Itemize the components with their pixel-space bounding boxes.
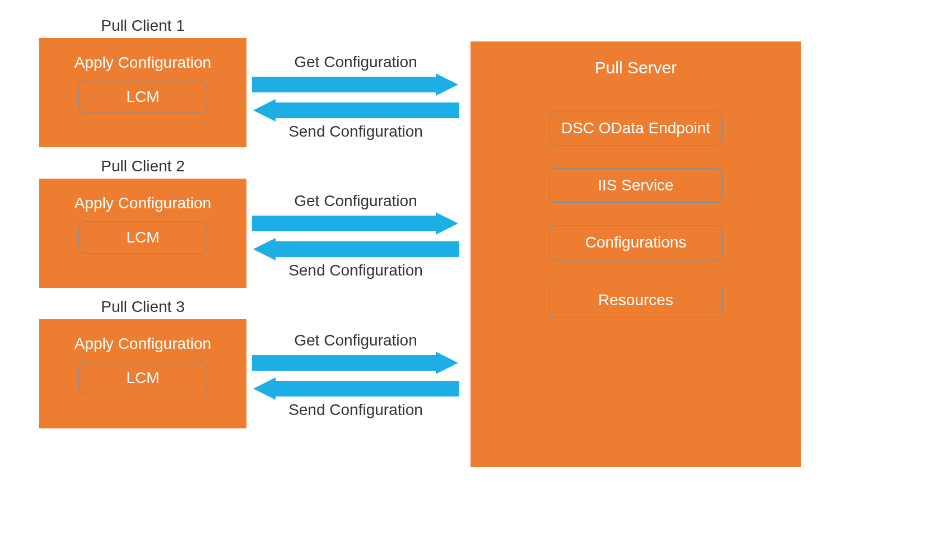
arrow-pair-3: Get Configuration Send Configuration bbox=[246, 332, 465, 470]
apply-configuration-label: Apply Configuration bbox=[74, 194, 211, 212]
dsc-pull-architecture-diagram: Pull Client 1 Apply Configuration LCM Pu… bbox=[39, 17, 807, 470]
pull-client-1-box: Apply Configuration LCM bbox=[39, 38, 246, 147]
arrow-right-icon bbox=[252, 212, 459, 235]
get-configuration-label: Get Configuration bbox=[294, 53, 417, 71]
pull-client-3-box: Apply Configuration LCM bbox=[39, 319, 246, 428]
lcm-box: LCM bbox=[78, 221, 207, 254]
resources-box: Resources bbox=[549, 283, 723, 318]
arrow-left-icon bbox=[252, 377, 459, 400]
pull-client-1-title: Pull Client 1 bbox=[39, 17, 246, 35]
get-configuration-label: Get Configuration bbox=[294, 192, 417, 210]
pull-server-column: Pull Server DSC OData Endpoint IIS Servi… bbox=[471, 17, 801, 470]
configurations-box: Configurations bbox=[549, 225, 723, 260]
send-configuration-label: Send Configuration bbox=[288, 401, 423, 419]
apply-configuration-label: Apply Configuration bbox=[74, 335, 211, 353]
arrow-left-icon bbox=[252, 99, 459, 122]
pull-server-box: Pull Server DSC OData Endpoint IIS Servi… bbox=[471, 41, 801, 467]
pull-client-1-group: Pull Client 1 Apply Configuration LCM bbox=[39, 17, 246, 147]
lcm-box: LCM bbox=[78, 81, 207, 113]
pull-client-2-group: Pull Client 2 Apply Configuration LCM bbox=[39, 157, 246, 288]
pull-client-2-title: Pull Client 2 bbox=[39, 157, 246, 175]
pull-clients-column: Pull Client 1 Apply Configuration LCM Pu… bbox=[39, 17, 246, 470]
arrows-column: Get Configuration Send Configuration Get… bbox=[246, 17, 465, 470]
pull-client-3-title: Pull Client 3 bbox=[39, 298, 246, 316]
apply-configuration-label: Apply Configuration bbox=[74, 54, 211, 72]
get-configuration-label: Get Configuration bbox=[294, 332, 417, 349]
dsc-odata-endpoint-box: DSC OData Endpoint bbox=[549, 111, 723, 146]
arrow-right-icon bbox=[252, 352, 459, 374]
pull-server-title: Pull Server bbox=[595, 58, 677, 77]
arrow-right-icon bbox=[252, 73, 459, 96]
arrow-left-icon bbox=[252, 238, 459, 260]
lcm-box: LCM bbox=[78, 362, 207, 394]
arrow-pair-2: Get Configuration Send Configuration bbox=[246, 192, 465, 331]
send-configuration-label: Send Configuration bbox=[288, 262, 423, 279]
pull-client-3-group: Pull Client 3 Apply Configuration LCM bbox=[39, 298, 246, 428]
iis-service-box: IIS Service bbox=[549, 168, 723, 203]
pull-client-2-box: Apply Configuration LCM bbox=[39, 179, 246, 288]
arrow-pair-1: Get Configuration Send Configuration bbox=[246, 53, 465, 192]
send-configuration-label: Send Configuration bbox=[288, 123, 423, 141]
